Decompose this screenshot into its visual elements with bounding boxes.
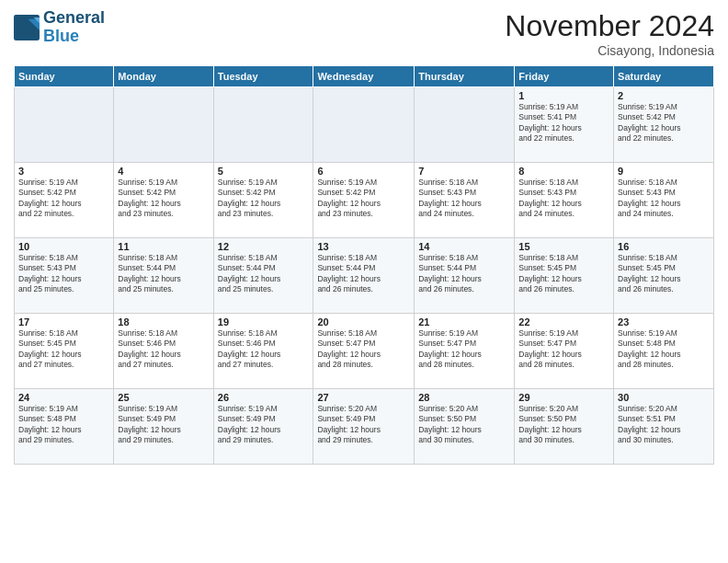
day-info: Sunrise: 5:19 AM Sunset: 5:42 PM Dayligh… — [618, 102, 710, 144]
location: Cisayong, Indonesia — [505, 43, 714, 58]
calendar-cell: 25Sunrise: 5:19 AM Sunset: 5:49 PM Dayli… — [114, 389, 213, 465]
calendar-cell — [313, 87, 415, 163]
calendar-cell — [114, 87, 213, 163]
calendar-header-thursday: Thursday — [415, 66, 515, 87]
day-info: Sunrise: 5:19 AM Sunset: 5:49 PM Dayligh… — [218, 404, 310, 446]
calendar-cell: 13Sunrise: 5:18 AM Sunset: 5:44 PM Dayli… — [313, 238, 415, 314]
day-info: Sunrise: 5:20 AM Sunset: 5:50 PM Dayligh… — [418, 404, 510, 446]
calendar: SundayMondayTuesdayWednesdayThursdayFrid… — [14, 65, 714, 465]
day-number: 19 — [218, 316, 310, 327]
day-number: 1 — [518, 90, 609, 101]
calendar-header-friday: Friday — [515, 66, 614, 87]
calendar-cell: 10Sunrise: 5:18 AM Sunset: 5:43 PM Dayli… — [15, 238, 114, 314]
day-number: 9 — [618, 166, 710, 177]
calendar-cell: 16Sunrise: 5:18 AM Sunset: 5:45 PM Dayli… — [614, 238, 714, 314]
day-number: 7 — [418, 166, 510, 177]
calendar-cell: 28Sunrise: 5:20 AM Sunset: 5:50 PM Dayli… — [415, 389, 515, 465]
day-info: Sunrise: 5:19 AM Sunset: 5:42 PM Dayligh… — [118, 178, 209, 220]
logo: General Blue — [14, 9, 105, 46]
day-number: 25 — [118, 392, 209, 403]
day-number: 27 — [317, 392, 410, 403]
calendar-cell: 30Sunrise: 5:20 AM Sunset: 5:51 PM Dayli… — [614, 389, 714, 465]
day-info: Sunrise: 5:19 AM Sunset: 5:42 PM Dayligh… — [317, 178, 410, 220]
calendar-cell: 26Sunrise: 5:19 AM Sunset: 5:49 PM Dayli… — [213, 389, 313, 465]
day-info: Sunrise: 5:19 AM Sunset: 5:49 PM Dayligh… — [118, 404, 209, 446]
day-number: 5 — [218, 166, 310, 177]
page: General Blue November 2024 Cisayong, Ind… — [0, 0, 728, 563]
day-number: 2 — [618, 90, 710, 101]
day-info: Sunrise: 5:18 AM Sunset: 5:45 PM Dayligh… — [18, 328, 109, 371]
calendar-cell: 22Sunrise: 5:19 AM Sunset: 5:47 PM Dayli… — [515, 314, 614, 389]
calendar-header-wednesday: Wednesday — [313, 66, 415, 87]
day-info: Sunrise: 5:19 AM Sunset: 5:41 PM Dayligh… — [518, 102, 609, 144]
logo-text: General Blue — [43, 9, 105, 46]
calendar-week-row: 10Sunrise: 5:18 AM Sunset: 5:43 PM Dayli… — [15, 238, 714, 314]
day-info: Sunrise: 5:19 AM Sunset: 5:42 PM Dayligh… — [218, 178, 310, 220]
calendar-cell: 15Sunrise: 5:18 AM Sunset: 5:45 PM Dayli… — [515, 238, 614, 314]
calendar-cell: 9Sunrise: 5:18 AM Sunset: 5:43 PM Daylig… — [614, 163, 714, 238]
day-number: 26 — [218, 392, 310, 403]
day-number: 10 — [18, 241, 109, 252]
day-info: Sunrise: 5:18 AM Sunset: 5:44 PM Dayligh… — [418, 253, 510, 295]
calendar-header-tuesday: Tuesday — [213, 66, 313, 87]
day-number: 18 — [118, 316, 209, 327]
day-info: Sunrise: 5:19 AM Sunset: 5:48 PM Dayligh… — [618, 328, 710, 371]
calendar-cell — [213, 87, 313, 163]
calendar-cell: 8Sunrise: 5:18 AM Sunset: 5:43 PM Daylig… — [515, 163, 614, 238]
day-info: Sunrise: 5:18 AM Sunset: 5:44 PM Dayligh… — [118, 253, 209, 295]
calendar-cell: 1Sunrise: 5:19 AM Sunset: 5:41 PM Daylig… — [515, 87, 614, 163]
calendar-cell: 3Sunrise: 5:19 AM Sunset: 5:42 PM Daylig… — [15, 163, 114, 238]
day-info: Sunrise: 5:18 AM Sunset: 5:43 PM Dayligh… — [518, 178, 609, 220]
day-info: Sunrise: 5:18 AM Sunset: 5:45 PM Dayligh… — [518, 253, 609, 295]
day-number: 4 — [118, 166, 209, 177]
calendar-week-row: 1Sunrise: 5:19 AM Sunset: 5:41 PM Daylig… — [15, 87, 714, 163]
day-number: 13 — [317, 241, 410, 252]
day-info: Sunrise: 5:18 AM Sunset: 5:44 PM Dayligh… — [317, 253, 410, 295]
day-number: 3 — [18, 166, 109, 177]
calendar-cell: 14Sunrise: 5:18 AM Sunset: 5:44 PM Dayli… — [415, 238, 515, 314]
calendar-header-sunday: Sunday — [15, 66, 114, 87]
day-info: Sunrise: 5:19 AM Sunset: 5:42 PM Dayligh… — [18, 178, 109, 220]
day-info: Sunrise: 5:18 AM Sunset: 5:46 PM Dayligh… — [218, 328, 310, 371]
day-info: Sunrise: 5:18 AM Sunset: 5:46 PM Dayligh… — [118, 328, 209, 371]
calendar-cell: 4Sunrise: 5:19 AM Sunset: 5:42 PM Daylig… — [114, 163, 213, 238]
day-number: 22 — [518, 316, 609, 327]
calendar-header-row: SundayMondayTuesdayWednesdayThursdayFrid… — [15, 66, 714, 87]
calendar-cell: 12Sunrise: 5:18 AM Sunset: 5:44 PM Dayli… — [213, 238, 313, 314]
day-number: 23 — [618, 316, 710, 327]
calendar-cell: 5Sunrise: 5:19 AM Sunset: 5:42 PM Daylig… — [213, 163, 313, 238]
day-info: Sunrise: 5:18 AM Sunset: 5:43 PM Dayligh… — [18, 253, 109, 295]
day-number: 30 — [618, 392, 710, 403]
day-number: 24 — [18, 392, 109, 403]
day-info: Sunrise: 5:19 AM Sunset: 5:48 PM Dayligh… — [18, 404, 109, 446]
calendar-cell: 27Sunrise: 5:20 AM Sunset: 5:49 PM Dayli… — [313, 389, 415, 465]
calendar-cell: 18Sunrise: 5:18 AM Sunset: 5:46 PM Dayli… — [114, 314, 213, 389]
day-info: Sunrise: 5:18 AM Sunset: 5:44 PM Dayligh… — [218, 253, 310, 295]
logo-icon — [14, 15, 40, 40]
day-number: 8 — [518, 166, 609, 177]
calendar-week-row: 24Sunrise: 5:19 AM Sunset: 5:48 PM Dayli… — [15, 389, 714, 465]
calendar-cell: 11Sunrise: 5:18 AM Sunset: 5:44 PM Dayli… — [114, 238, 213, 314]
calendar-week-row: 17Sunrise: 5:18 AM Sunset: 5:45 PM Dayli… — [15, 314, 714, 389]
day-number: 28 — [418, 392, 510, 403]
day-number: 12 — [218, 241, 310, 252]
calendar-cell: 2Sunrise: 5:19 AM Sunset: 5:42 PM Daylig… — [614, 87, 714, 163]
day-info: Sunrise: 5:19 AM Sunset: 5:47 PM Dayligh… — [418, 328, 510, 371]
calendar-cell — [415, 87, 515, 163]
calendar-cell: 20Sunrise: 5:18 AM Sunset: 5:47 PM Dayli… — [313, 314, 415, 389]
calendar-cell: 19Sunrise: 5:18 AM Sunset: 5:46 PM Dayli… — [213, 314, 313, 389]
header: General Blue November 2024 Cisayong, Ind… — [14, 9, 714, 58]
calendar-cell: 29Sunrise: 5:20 AM Sunset: 5:50 PM Dayli… — [515, 389, 614, 465]
day-info: Sunrise: 5:19 AM Sunset: 5:47 PM Dayligh… — [518, 328, 609, 371]
day-number: 16 — [618, 241, 710, 252]
day-number: 17 — [18, 316, 109, 327]
calendar-cell: 17Sunrise: 5:18 AM Sunset: 5:45 PM Dayli… — [15, 314, 114, 389]
calendar-cell: 23Sunrise: 5:19 AM Sunset: 5:48 PM Dayli… — [614, 314, 714, 389]
day-info: Sunrise: 5:20 AM Sunset: 5:49 PM Dayligh… — [317, 404, 410, 446]
calendar-cell: 21Sunrise: 5:19 AM Sunset: 5:47 PM Dayli… — [415, 314, 515, 389]
calendar-header-saturday: Saturday — [614, 66, 714, 87]
calendar-week-row: 3Sunrise: 5:19 AM Sunset: 5:42 PM Daylig… — [15, 163, 714, 238]
calendar-cell: 24Sunrise: 5:19 AM Sunset: 5:48 PM Dayli… — [15, 389, 114, 465]
day-number: 11 — [118, 241, 209, 252]
day-info: Sunrise: 5:20 AM Sunset: 5:50 PM Dayligh… — [518, 404, 609, 446]
